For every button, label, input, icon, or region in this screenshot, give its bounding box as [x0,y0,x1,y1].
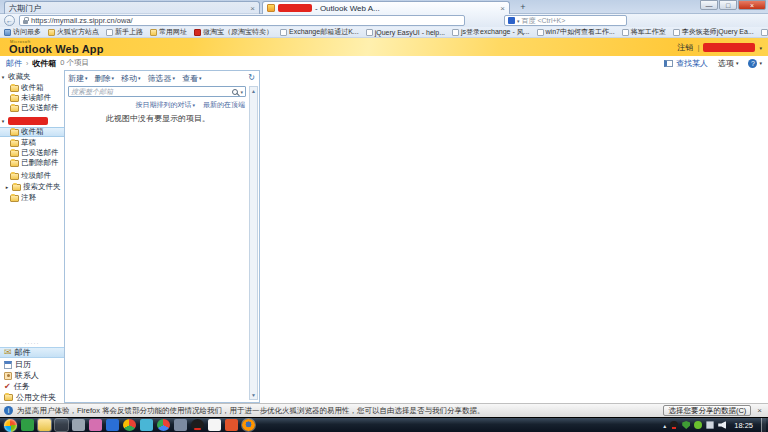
filter-button[interactable]: 筛选器 [148,73,176,84]
bookmark-item[interactable]: win7中如何查看工作... [537,27,615,37]
bookmark-item[interactable]: Exchange邮箱通过K... [280,27,359,37]
new-button[interactable]: 新建 [68,73,88,84]
dropdown-caret-icon[interactable] [517,18,520,24]
show-desktop-button[interactable] [761,418,766,432]
volume-icon[interactable] [718,421,726,429]
taskbar-pinned-icon[interactable] [55,419,68,431]
owa-header: 邮件 › 收件箱 0 个项目 查找某人 选项 ? [0,56,768,70]
favorite-folder[interactable]: 收件箱 [0,83,64,93]
splitter-handle[interactable]: ····· [0,340,64,346]
folder-notes[interactable]: 注释 [0,193,64,203]
taskbar-notepad-icon[interactable] [208,419,221,431]
options-button[interactable]: 选项 [718,58,739,69]
folder-label: 收件箱 [21,83,44,93]
favorites-header[interactable]: ▾ 收藏夹 [0,72,64,82]
taskbar-qq-icon[interactable] [191,419,204,431]
bookmark-label: Exchange邮箱通过K... [289,27,359,37]
folder-label: 已发送邮件 [21,148,59,158]
taskbar-clock[interactable]: 18:25 [730,421,757,430]
taskbar-browser-icon[interactable] [157,419,170,431]
mailbox-root[interactable]: ▾ [0,116,64,126]
scroll-down-icon[interactable]: ▼ [250,392,257,398]
folder-icon [10,173,19,180]
nav-tasks[interactable]: ✔任务 [0,381,64,392]
scroll-up-icon[interactable]: ▲ [250,88,257,94]
delete-label: 删除 [95,73,111,84]
folder-inbox-selected[interactable]: 收件箱 [0,127,64,137]
search-icon[interactable] [232,89,238,95]
expand-caret-icon[interactable]: ▸ [4,184,10,190]
taskbar-pinned-icon[interactable] [174,419,187,431]
search-engine-box[interactable]: 百度 <Ctrl+K> [504,15,627,26]
tab-outlook-web-app[interactable]: - Outlook Web A... × [262,1,510,14]
taskbar-pinned-icon[interactable] [72,419,85,431]
nav-calendar[interactable]: 日历 [0,359,64,370]
tab-portal[interactable]: 六期门户 × [4,1,260,14]
dropdown-caret-icon [112,75,115,81]
folder-junk[interactable]: 垃圾邮件 [0,171,64,181]
bookmark-item[interactable]: 微淘宝（原淘宝特卖） [194,27,273,37]
bookmark-item[interactable]: 证书错误 导航已阻止 [761,27,768,37]
taskbar-pinned-icon[interactable] [89,419,102,431]
bookmark-item[interactable]: js登录exchange - 风... [452,27,529,37]
bookmark-item[interactable]: 访问最多 [4,27,41,37]
nav-public-folders[interactable]: 公用文件夹 [0,392,64,403]
bookmark-item[interactable]: 常用网址 [150,27,187,37]
taskbar-browser-icon[interactable] [123,419,136,431]
bookmark-item[interactable]: 火狐官方站点 [48,27,99,37]
refresh-icon[interactable]: ↻ [248,73,255,83]
help-button[interactable]: ? [748,59,762,68]
favorite-folder[interactable]: 已发送邮件 [0,103,64,113]
close-tab-icon[interactable]: × [500,4,505,13]
find-someone-button[interactable]: 查找某人 [664,58,708,69]
move-button[interactable]: 移动 [121,73,141,84]
collapse-caret-icon[interactable]: ▾ [0,118,6,124]
folder-drafts[interactable]: 草稿 [0,138,64,148]
start-button[interactable] [4,419,17,432]
close-notification-icon[interactable]: × [755,406,764,415]
taskbar-pinned-icon[interactable] [21,419,34,431]
folder-sent[interactable]: 已发送邮件 [0,148,64,158]
bookmark-item[interactable]: jQuery EasyUI - help... [366,29,445,36]
maximize-button[interactable]: □ [719,0,737,10]
close-window-button[interactable]: × [738,0,766,10]
tray-shield-icon[interactable] [682,421,690,429]
taskbar-pinned-icon[interactable] [225,419,238,431]
bookmark-item[interactable]: 将军工作室 [622,27,666,37]
address-bar[interactable]: https://mymail.zs.sippr.cn/owa/ [19,15,465,26]
bookmark-item[interactable]: 李炎恢老师jQuery Ea... [673,27,754,37]
folder-label: 已删除邮件 [21,158,59,168]
share-data-button[interactable]: 选择您要分享的数据(C) [663,405,751,416]
taskbar-explorer-icon[interactable] [38,419,51,431]
collapse-caret-icon[interactable]: ▾ [0,74,6,80]
breadcrumb-app-link[interactable]: 邮件 [6,58,22,69]
folder-deleted[interactable]: 已删除邮件 [0,158,64,168]
tray-expand-icon[interactable]: ▴ [663,422,666,429]
mailbox-search-input[interactable]: 搜索整个邮箱 [68,86,246,97]
minimize-button[interactable]: — [700,0,718,10]
taskbar-pinned-icon[interactable] [140,419,153,431]
folder-search-folders[interactable]: ▸搜索文件夹 [0,182,64,192]
tray-antivirus-icon[interactable] [694,421,702,429]
dropdown-caret-icon[interactable] [240,89,243,95]
view-button[interactable]: 查看 [182,73,202,84]
list-scrollbar[interactable]: ▲ ▼ [249,86,258,400]
sign-out-link[interactable]: 注销 [677,42,693,53]
folder-icon [150,29,157,36]
back-button[interactable]: ← [4,15,15,26]
taskbar-pinned-icon[interactable] [106,419,119,431]
delete-button[interactable]: 删除 [95,73,115,84]
taskbar-firefox-icon[interactable] [242,419,255,431]
dropdown-caret-icon[interactable] [759,45,762,51]
bookmark-item[interactable]: 新手上路 [106,27,143,37]
nav-mail[interactable]: ✉邮件 [0,347,64,358]
nav-label: 联系人 [15,370,39,381]
network-icon[interactable] [706,421,714,429]
sort-by-button[interactable]: 按日期排列的对话 [135,100,195,110]
new-tab-button[interactable]: + [516,3,530,13]
tray-qq-icon[interactable] [670,421,678,429]
sort-order-button[interactable]: 最新的在顶端 [203,100,245,110]
close-tab-icon[interactable]: × [250,4,255,13]
nav-contacts[interactable]: 联系人 [0,370,64,381]
favorite-folder[interactable]: 未读邮件 [0,93,64,103]
